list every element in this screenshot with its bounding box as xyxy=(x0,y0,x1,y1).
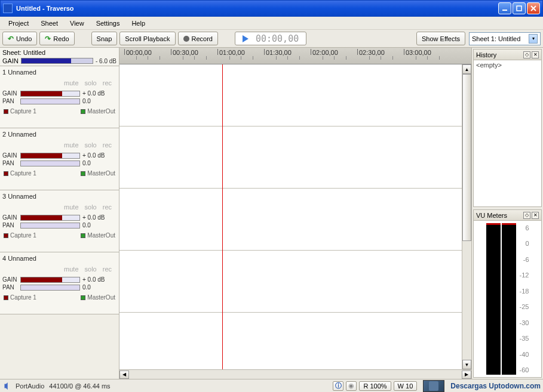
info-button[interactable]: ⓘ xyxy=(333,381,343,391)
playback-display: 00:00,00 xyxy=(235,32,306,45)
redo-button[interactable]: ↷Redo xyxy=(39,32,74,45)
track-input[interactable]: Capture 1 xyxy=(4,108,36,115)
rec-toggle[interactable]: rec xyxy=(103,141,112,149)
scrollbar-thumb[interactable] xyxy=(462,74,471,241)
panel-close-icon[interactable]: ✕ xyxy=(532,212,539,219)
undock-icon[interactable]: ◇ xyxy=(523,51,530,58)
minimize-button[interactable] xyxy=(498,2,511,14)
menubar: Project Sheet View Settings Help xyxy=(0,17,543,30)
zoom-w-button[interactable]: W 10 xyxy=(394,381,418,391)
app-icon xyxy=(3,4,13,13)
track-input[interactable]: Capture 1 xyxy=(4,170,36,177)
record-label: Record xyxy=(192,35,213,42)
menu-sheet[interactable]: Sheet xyxy=(35,18,64,28)
record-button[interactable]: Record xyxy=(178,32,218,45)
scroll-playback-label: Scroll Playback xyxy=(125,35,170,42)
playback-time: 00:00,00 xyxy=(256,33,299,44)
sheet-selector[interactable]: Sheet 1: Untitled ▾ xyxy=(469,32,541,45)
snap-button[interactable]: Snap xyxy=(91,32,118,45)
pan-label: PAN xyxy=(2,160,18,166)
rec-toggle[interactable]: rec xyxy=(103,266,112,273)
ruler-tick: 01:30,00 xyxy=(264,49,292,55)
track-output[interactable]: MasterOut xyxy=(81,232,115,239)
sheet-gain-value: - 6.0 dB xyxy=(96,58,116,64)
sheet-title: Sheet: Untitled xyxy=(2,49,116,56)
input-icon xyxy=(4,171,8,176)
output-icon xyxy=(81,233,85,238)
gain-slider[interactable] xyxy=(20,277,80,283)
gain-label: GAIN xyxy=(2,152,18,159)
maximize-button[interactable] xyxy=(513,2,526,14)
tracks-canvas[interactable] xyxy=(119,64,471,369)
gain-slider[interactable] xyxy=(20,215,80,221)
history-body: <empty> xyxy=(474,60,541,206)
undo-icon: ↶ xyxy=(8,35,14,43)
solo-toggle[interactable]: solo xyxy=(85,203,97,211)
scroll-down-icon[interactable]: ▼ xyxy=(462,360,471,369)
close-button[interactable] xyxy=(527,2,540,14)
mute-toggle[interactable]: mute xyxy=(64,203,78,211)
track-lane[interactable] xyxy=(119,313,471,369)
menu-project[interactable]: Project xyxy=(2,18,35,28)
track-input[interactable]: Capture 1 xyxy=(4,232,36,239)
pan-slider[interactable] xyxy=(20,223,80,229)
cd-icon-button[interactable]: ◉ xyxy=(346,381,357,391)
menu-settings[interactable]: Settings xyxy=(90,18,126,28)
vu-scale-tick: -25 xyxy=(520,303,529,310)
panel-close-icon[interactable]: ✕ xyxy=(532,51,539,58)
ruler-tick: 00:00,00 xyxy=(124,49,152,55)
menu-help[interactable]: Help xyxy=(125,18,151,28)
playhead[interactable] xyxy=(222,64,223,369)
pan-slider[interactable] xyxy=(20,98,80,104)
show-effects-button[interactable]: Show Effects xyxy=(416,32,465,45)
track-lane[interactable] xyxy=(119,189,471,251)
track-output[interactable]: MasterOut xyxy=(81,170,115,177)
sheet-header: Sheet: Untitled GAIN - 6.0 dB xyxy=(0,48,119,66)
track-headers-column: Sheet: Untitled GAIN - 6.0 dB 1 Unnamed … xyxy=(0,48,119,379)
time-ruler[interactable]: 00:00,0000:30,0001:00,0001:30,0002:00,00… xyxy=(119,48,471,64)
track-output[interactable]: MasterOut xyxy=(81,294,115,301)
sheet-gain-slider[interactable] xyxy=(21,58,93,64)
solo-toggle[interactable]: solo xyxy=(85,266,97,273)
gain-slider[interactable] xyxy=(20,153,80,159)
track-output[interactable]: MasterOut xyxy=(81,108,115,115)
vu-scale-tick: -30 xyxy=(520,319,529,326)
undock-icon[interactable]: ◇ xyxy=(523,212,530,219)
scroll-up-icon[interactable]: ▲ xyxy=(462,64,471,74)
solo-toggle[interactable]: solo xyxy=(85,141,97,149)
track-lane[interactable] xyxy=(119,251,471,313)
track-input[interactable]: Capture 1 xyxy=(4,294,36,301)
vu-scale: 60-6-12-18-25-30-35-40-60 xyxy=(517,223,529,375)
track-lane[interactable] xyxy=(119,126,471,189)
track-panel: 2 Unnamed mute solo rec GAIN + 0.0 dB PA… xyxy=(0,128,119,190)
scroll-playback-button[interactable]: Scroll Playback xyxy=(119,32,175,45)
rec-toggle[interactable]: rec xyxy=(103,79,112,87)
zoom-r-button[interactable]: R 100% xyxy=(359,381,391,391)
pan-slider[interactable] xyxy=(20,160,80,166)
gain-slider[interactable] xyxy=(20,91,80,97)
vu-meters-panel: VU Meters ◇ ✕ 60-6-12-18-25-30-35-40-60 xyxy=(473,209,542,378)
track-lane[interactable] xyxy=(119,64,471,126)
vu-bar-right xyxy=(502,223,516,375)
scroll-right-icon[interactable]: ▶ xyxy=(462,371,471,379)
rec-toggle[interactable]: rec xyxy=(103,203,112,211)
menu-view[interactable]: View xyxy=(64,18,90,28)
horizontal-scrollbar[interactable]: ◀ ▶ xyxy=(119,369,471,379)
undo-button[interactable]: ↶Undo xyxy=(2,32,37,45)
chevron-down-icon: ▾ xyxy=(529,34,538,44)
scroll-left-icon[interactable]: ◀ xyxy=(119,371,129,379)
mute-toggle[interactable]: mute xyxy=(64,141,78,149)
vu-scale-tick: -18 xyxy=(520,288,529,295)
window-title: Untitled - Traverso xyxy=(16,5,498,12)
pan-slider[interactable] xyxy=(20,285,80,291)
statusbar: PortAudio 44100/0 @ 46.44 ms ⓘ ◉ R 100% … xyxy=(0,379,543,392)
vu-header: VU Meters ◇ ✕ xyxy=(474,210,541,221)
mute-toggle[interactable]: mute xyxy=(64,79,78,87)
solo-toggle[interactable]: solo xyxy=(85,79,97,87)
brand-link[interactable]: Descargas Uptodown.com xyxy=(450,382,541,390)
toolbar: ↶Undo ↷Redo Snap Scroll Playback Record … xyxy=(0,30,543,48)
vertical-scrollbar[interactable]: ▲ ▼ xyxy=(462,64,471,369)
play-icon[interactable] xyxy=(243,35,249,42)
mute-toggle[interactable]: mute xyxy=(64,266,78,273)
zoom-w-label: W 10 xyxy=(398,382,413,390)
